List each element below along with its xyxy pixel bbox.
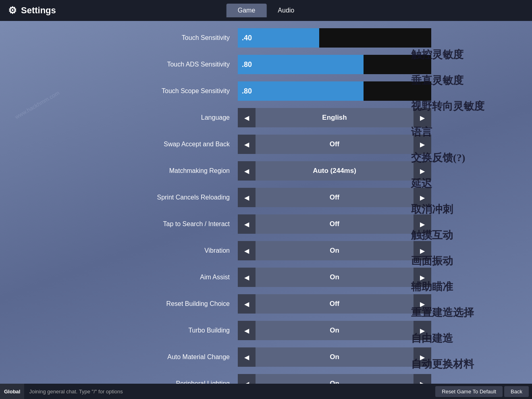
setting-row-language: Language ◀ English ▶ [101,105,431,131]
back-button[interactable]: Back [504,386,529,397]
toggle-tap-search: ◀ Off ▶ [238,214,431,234]
setting-row-vibration: Vibration ◀ On ▶ [101,238,431,264]
turbo-building-value: On [256,321,414,340]
sprint-next-button[interactable]: ▶ [414,188,431,207]
setting-row-sprint: Sprint Cancels Reloading ◀ Off ▶ [101,185,431,210]
tab-audio[interactable]: Audio [266,4,305,17]
global-label: Global [0,384,24,399]
main-content: www.hackhmm.com Touch Sensitivity .40 To… [0,21,532,384]
toggle-vibration: ◀ On ▶ [238,241,431,260]
label-matchmaking: Matchmaking Region [101,167,238,175]
slider-touch-sensitivity[interactable]: .40 [238,28,431,48]
peripheral-value: On [256,374,414,384]
language-next-button[interactable]: ▶ [414,108,431,127]
toggle-reset-building: ◀ Off ▶ [238,294,431,314]
aim-assist-next-button[interactable]: ▶ [414,268,431,287]
settings-container: Touch Sensitivity .40 Touch ADS Sensitiv… [101,25,431,384]
swap-accept-prev-button[interactable]: ◀ [238,135,256,154]
setting-row-matchmaking: Matchmaking Region ◀ Auto (244ms) ▶ [101,158,431,184]
peripheral-prev-button[interactable]: ◀ [238,374,256,384]
app-title: ⚙ Settings [0,5,56,16]
peripheral-next-button[interactable]: ▶ [414,374,431,384]
setting-row-reset-building: Reset Building Choice ◀ Off ▶ [101,291,431,317]
swap-accept-next-button[interactable]: ▶ [414,135,431,154]
toggle-matchmaking: ◀ Auto (244ms) ▶ [238,161,431,181]
setting-row-touch-sensitivity: Touch Sensitivity .40 [101,25,431,51]
label-touch-ads: Touch ADS Sensitivity [101,61,238,68]
chat-text: Joining general chat. Type "/" for optio… [24,389,435,395]
watermark: www.hackhmm.com [14,89,60,120]
label-peripheral: Peripheral Lighting [101,380,238,384]
slider-fill-touch-sensitivity: .40 [238,28,319,48]
label-swap-accept: Swap Accept and Back [101,141,238,148]
slider-touch-scope[interactable]: .80 [238,81,431,101]
setting-row-aim-assist: Aim Assist ◀ On ▶ [101,264,431,290]
setting-row-auto-material: Auto Material Change ◀ On ▶ [101,344,431,370]
label-vibration: Vibration [101,247,238,254]
reset-building-next-button[interactable]: ▶ [414,294,431,314]
toggle-sprint: ◀ Off ▶ [238,188,431,207]
toggle-swap-accept: ◀ Off ▶ [238,135,431,154]
bottom-buttons: Reset Game To Default Back [435,386,532,397]
vibration-value: On [256,241,414,260]
auto-material-next-button[interactable]: ▶ [414,347,431,367]
auto-material-value: On [256,347,414,367]
reset-game-button[interactable]: Reset Game To Default [435,386,503,397]
vibration-next-button[interactable]: ▶ [414,241,431,260]
label-reset-building: Reset Building Choice [101,300,238,308]
label-touch-scope: Touch Scope Sensitivity [101,87,238,95]
aim-assist-value: On [256,268,414,287]
toggle-peripheral: ◀ On ▶ [238,374,431,384]
title-text: Settings [21,5,56,16]
turbo-building-next-button[interactable]: ▶ [414,321,431,340]
sprint-prev-button[interactable]: ◀ [238,188,256,207]
slider-fill-touch-ads: .80 [238,55,364,74]
setting-row-touch-ads: Touch ADS Sensitivity .80 [101,52,431,77]
slider-value-touch-sensitivity: .40 [242,34,252,42]
matchmaking-next-button[interactable]: ▶ [414,161,431,181]
tap-search-next-button[interactable]: ▶ [414,214,431,234]
toggle-turbo-building: ◀ On ▶ [238,321,431,340]
auto-material-prev-button[interactable]: ◀ [238,347,256,367]
tap-search-value: Off [256,214,414,234]
language-prev-button[interactable]: ◀ [238,108,256,127]
setting-row-peripheral: Peripheral Lighting ◀ On ▶ [101,371,431,384]
reset-building-value: Off [256,294,414,314]
top-nav: ⚙ Settings Game Audio [0,0,532,21]
sprint-value: Off [256,188,414,207]
reset-building-prev-button[interactable]: ◀ [238,294,256,314]
label-language: Language [101,114,238,121]
tab-game[interactable]: Game [227,4,267,17]
nav-tabs: Game Audio [227,4,306,17]
label-touch-sensitivity: Touch Sensitivity [101,34,238,42]
aim-assist-prev-button[interactable]: ◀ [238,268,256,287]
slider-value-touch-ads: .80 [242,60,252,69]
language-value: English [256,108,414,127]
slider-value-touch-scope: .80 [242,87,252,96]
slider-touch-ads[interactable]: .80 [238,55,431,74]
gear-icon: ⚙ [8,5,17,16]
setting-row-swap-accept: Swap Accept and Back ◀ Off ▶ [101,131,431,157]
slider-fill-touch-scope: .80 [238,81,364,101]
label-tap-search: Tap to Search / Interact [101,220,238,228]
toggle-auto-material: ◀ On ▶ [238,347,431,367]
label-turbo-building: Turbo Building [101,327,238,334]
setting-row-tap-search: Tap to Search / Interact ◀ Off ▶ [101,211,431,237]
matchmaking-value: Auto (244ms) [256,161,414,181]
label-auto-material: Auto Material Change [101,353,238,361]
swap-accept-value: Off [256,135,414,154]
label-sprint: Sprint Cancels Reloading [101,194,238,201]
toggle-language: ◀ English ▶ [238,108,431,127]
turbo-building-prev-button[interactable]: ◀ [238,321,256,340]
bottom-bar: Global Joining general chat. Type "/" fo… [0,384,532,399]
label-aim-assist: Aim Assist [101,274,238,281]
setting-row-turbo-building: Turbo Building ◀ On ▶ [101,318,431,343]
vibration-prev-button[interactable]: ◀ [238,241,256,260]
tap-search-prev-button[interactable]: ◀ [238,214,256,234]
toggle-aim-assist: ◀ On ▶ [238,268,431,287]
matchmaking-prev-button[interactable]: ◀ [238,161,256,181]
setting-row-touch-scope: Touch Scope Sensitivity .80 [101,78,431,104]
